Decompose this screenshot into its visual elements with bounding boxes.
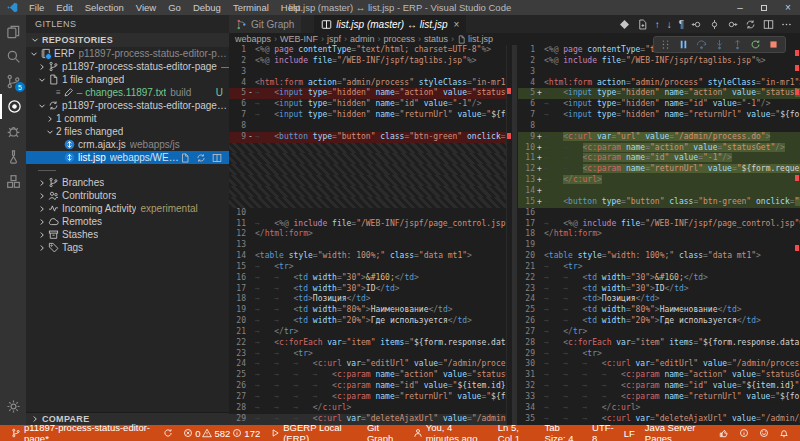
gutter[interactable]: 6 <box>229 99 255 110</box>
tab-diff-list-jsp[interactable]: list.jsp (master) ↔ list.jsp× <box>314 15 466 33</box>
gutter[interactable]: 16 <box>229 273 255 284</box>
gutter[interactable]: 18 <box>518 229 544 240</box>
tree-item-file-changes-txt[interactable]: ≡–changes.11897.txtbuildU <box>26 86 229 99</box>
gutter[interactable]: 12+ <box>518 164 544 175</box>
gutter[interactable]: 27 <box>229 392 255 403</box>
gutter[interactable]: 13 <box>229 240 255 251</box>
step-out-icon[interactable] <box>732 39 743 50</box>
gutter[interactable]: 8 <box>518 121 544 132</box>
gutter[interactable]: 15+ <box>518 197 544 208</box>
breadcrumb-item[interactable]: admin <box>350 34 375 44</box>
gutter[interactable]: 5+ <box>518 88 544 99</box>
gutter[interactable]: 23 <box>229 349 255 360</box>
gutter[interactable]: 18 <box>229 294 255 305</box>
status-eol[interactable]: LF <box>619 425 640 441</box>
split-editor-icon[interactable] <box>763 19 774 30</box>
gutter[interactable]: 8 <box>229 121 255 132</box>
breadcrumb-item[interactable]: jspf <box>327 34 341 44</box>
tree-item-remotes[interactable]: Remotes <box>26 215 229 228</box>
gutter[interactable]: 9- <box>229 132 255 143</box>
gutter[interactable]: 30 <box>518 359 544 370</box>
gutter[interactable]: 14+ <box>518 186 544 197</box>
gutter[interactable]: 3 <box>518 67 544 78</box>
status-info-status-icon[interactable] <box>734 425 754 441</box>
gutter[interactable]: 21 <box>518 262 544 273</box>
breadcrumb-item[interactable]: status <box>424 34 448 44</box>
gutter[interactable]: 25 <box>518 305 544 316</box>
gutter[interactable]: 5- <box>229 88 255 99</box>
step-over-icon[interactable] <box>696 39 707 50</box>
gutter[interactable]: 21 <box>229 327 255 338</box>
status-feedback-icon[interactable] <box>714 425 734 441</box>
gutter[interactable]: 27 <box>518 327 544 338</box>
tree-item-tags[interactable]: Tags <box>26 241 229 254</box>
minimize-button[interactable]: – <box>728 0 752 15</box>
tree-item-repo-erp[interactable]: ERPp11897-process-status-editor-page • +… <box>26 47 229 60</box>
activity-gitlens[interactable] <box>0 94 26 119</box>
menu-file[interactable]: File <box>23 0 50 15</box>
status-language-mode[interactable]: Java Server Pages <box>640 425 714 441</box>
status-notifications-icon[interactable] <box>774 425 794 441</box>
status-indentation[interactable]: Tab Size: 4 <box>540 425 588 441</box>
gutter[interactable]: 32 <box>518 381 544 392</box>
pause-icon[interactable] <box>678 39 689 50</box>
breadcrumb-item[interactable]: process <box>384 34 416 44</box>
gutter[interactable]: 22 <box>518 273 544 284</box>
open-file-icon[interactable] <box>180 153 190 163</box>
activity-debug[interactable] <box>0 119 26 144</box>
scrollbar[interactable] <box>512 45 517 425</box>
gutter[interactable]: 29 <box>518 349 544 360</box>
activity-test[interactable] <box>0 144 26 169</box>
activity-source-control[interactable]: 5 <box>0 69 26 94</box>
gutter[interactable]: 11 <box>229 219 255 230</box>
gutter[interactable]: 15 <box>229 262 255 273</box>
tree-item-branches[interactable]: Branches <box>26 176 229 189</box>
tree-item-branch-current[interactable]: p11897-process-status-editor-page— origi… <box>26 60 229 73</box>
gutter[interactable]: 11+ <box>518 153 544 164</box>
tree-item-file-list-jsp[interactable]: list.jspwebapps/WEB-INF/jspf/admin/pr... <box>26 151 229 164</box>
tree-item-files-changed-group[interactable]: 1 file changed <box>26 73 229 86</box>
activity-manage[interactable] <box>0 394 26 419</box>
gutter[interactable]: 1 <box>518 45 544 56</box>
menu-edit[interactable]: Edit <box>50 0 78 15</box>
gutter[interactable]: 2 <box>518 56 544 67</box>
status-smiley-icon[interactable] <box>754 425 774 441</box>
open-on-remote-icon[interactable] <box>212 153 222 163</box>
open-changes-with-working-icon[interactable] <box>709 19 720 30</box>
gutter[interactable]: 31 <box>518 370 544 381</box>
maximize-button[interactable] <box>752 0 776 15</box>
gutter[interactable]: 13+ <box>518 175 544 186</box>
diff-sash[interactable] <box>506 45 518 425</box>
close-tab-icon[interactable]: × <box>453 19 459 30</box>
previous-change-icon[interactable]: ↑ <box>655 19 660 30</box>
gutter[interactable]: 28 <box>518 338 544 349</box>
gutter[interactable]: 34 <box>518 403 544 414</box>
gutter[interactable]: 4 <box>229 78 255 89</box>
tree-item-stashes[interactable]: Stashes <box>26 228 229 241</box>
gutter[interactable]: 9+ <box>518 132 544 143</box>
gutter[interactable]: 14 <box>229 251 255 262</box>
tab-git-graph[interactable]: Git Graph <box>229 15 301 33</box>
activity-extensions[interactable] <box>0 169 26 194</box>
activity-search[interactable] <box>0 44 26 69</box>
tree-item-file-crm-ajax[interactable]: crm.ajax.jswebapps/js <box>26 138 229 151</box>
gutter[interactable]: 20 <box>229 316 255 327</box>
tree-item-working-tree[interactable]: p11897-process-status-editor-page (worki… <box>26 99 229 112</box>
tree-item-contributors[interactable]: Contributors <box>26 189 229 202</box>
toggle-whitespace-icon[interactable]: ¶ <box>679 19 684 30</box>
gutter[interactable]: 10+ <box>518 143 544 154</box>
gutter[interactable]: 7 <box>229 110 255 121</box>
gutter[interactable]: 24 <box>229 359 255 370</box>
menu-go[interactable]: Go <box>162 0 187 15</box>
step-into-icon[interactable] <box>714 39 725 50</box>
gutter[interactable]: 10 <box>229 208 255 219</box>
menu-selection[interactable]: Selection <box>79 0 130 15</box>
stop-icon[interactable] <box>768 39 779 50</box>
activity-explorer[interactable] <box>0 19 26 44</box>
menu-terminal[interactable]: Terminal <box>227 0 275 15</box>
gutter[interactable]: 19 <box>229 305 255 316</box>
restart-icon[interactable] <box>750 39 761 50</box>
gutter[interactable]: 4 <box>518 78 544 89</box>
status-cursor-position[interactable]: Ln 5, Col 1 <box>493 425 540 441</box>
open-changes-icon[interactable] <box>196 153 206 163</box>
